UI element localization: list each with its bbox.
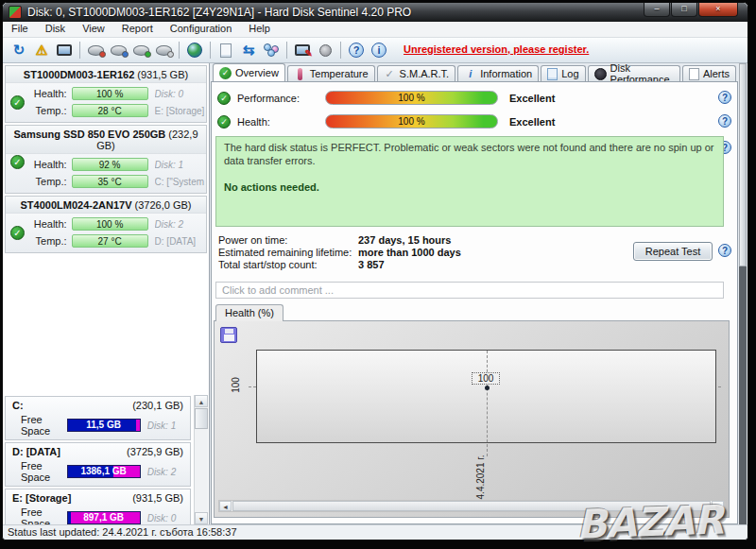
scroll-thumb[interactable] xyxy=(195,408,208,429)
info-icon[interactable]: i xyxy=(369,41,389,60)
performance-label: Performance: xyxy=(237,93,325,104)
toolbar-separator xyxy=(179,42,180,59)
save-chart-icon[interactable] xyxy=(220,327,237,343)
detect-disks-icon[interactable] xyxy=(54,41,75,60)
status-text: Status last updated: 24.4.2021 г. събота… xyxy=(8,526,237,538)
partition-scrollbar[interactable]: ▲ ▼ xyxy=(194,395,208,524)
scroll-up-icon[interactable]: ▲ xyxy=(195,395,208,407)
disk-panel-0[interactable]: ST1000DM003-1ER162 (931,5 GB) ✓ Health: … xyxy=(5,65,207,123)
partition-panel-1[interactable]: D: [DATA] (3725,9 GB) Free Space 1386,1 … xyxy=(5,442,191,487)
smart-icon: ✓ xyxy=(384,68,396,80)
sync-icon[interactable]: ⇆ xyxy=(238,41,259,60)
disk-panel-1[interactable]: Samsung SSD 850 EVO 250GB (232,9 GB) ✓ H… xyxy=(5,125,207,194)
y-axis-tick: 100 xyxy=(231,377,241,393)
health-help-icon[interactable]: ? xyxy=(718,114,731,128)
free-space-label: Free Space xyxy=(21,414,60,437)
network-drive-icon[interactable] xyxy=(184,41,205,60)
disk-list-sidebar: ST1000DM003-1ER162 (931,5 GB) ✓ Health: … xyxy=(3,63,210,524)
log-icon xyxy=(547,68,558,80)
tab-smart[interactable]: ✓ S.M.A.R.T. xyxy=(377,65,456,81)
comment-input[interactable]: Click to add comment ... xyxy=(215,282,724,299)
repeat-test-button[interactable]: Repeat Test xyxy=(633,242,713,261)
disk-number: Disk: 2 xyxy=(155,219,206,230)
disk-edit-icon[interactable] xyxy=(85,41,106,60)
app-window: Disk: 0, ST1000DM003-1ER162 [Z4Y29N1A] -… xyxy=(2,2,748,540)
health-label: Health: xyxy=(237,116,325,128)
health-label: Health: xyxy=(30,159,67,170)
warning-icon[interactable]: ⚠ xyxy=(31,41,52,60)
register-link[interactable]: Unregistered version, please register. xyxy=(404,43,589,55)
status-action-text: No actions needed. xyxy=(224,180,715,194)
temp-label: Temp.: xyxy=(30,105,67,116)
disk-ok-icon: ✓ xyxy=(10,226,25,240)
scroll-down-icon[interactable]: ▼ xyxy=(195,512,208,524)
disk-status-message: The hard disk status is PERFECT. Problem… xyxy=(215,136,724,227)
partition-size: (230,1 GB) xyxy=(132,400,183,411)
free-space-label: Free Space xyxy=(21,460,60,483)
performance-bar: 100 % xyxy=(325,91,498,105)
disk-number: Disk: 0 xyxy=(155,89,206,99)
repeat-test-help-icon[interactable]: ? xyxy=(718,244,731,257)
menu-report[interactable]: Report xyxy=(113,22,162,37)
tab-overview[interactable]: ✓ Overview xyxy=(213,63,285,81)
health-label: Health: xyxy=(30,218,67,230)
tab-log[interactable]: Log xyxy=(541,65,585,81)
partition-panel-0[interactable]: C: (230,1 GB) Free Space 11,5 GB Disk: 1 xyxy=(5,396,191,440)
temp-label: Temp.: xyxy=(30,176,67,187)
health-ok-icon: ✓ xyxy=(217,115,231,129)
toolbar-separator xyxy=(210,42,211,59)
partition-size: (3725,9 GB) xyxy=(127,446,183,457)
partition-list: C: (230,1 GB) Free Space 11,5 GB Disk: 1 xyxy=(3,395,209,524)
stat-row: Power on time: 237 days, 15 hours xyxy=(218,234,461,247)
network-icon[interactable] xyxy=(261,41,282,60)
maximize-button[interactable]: □ xyxy=(671,3,697,17)
minimize-button[interactable]: – xyxy=(644,3,670,17)
scroll-thumb[interactable] xyxy=(739,63,747,266)
menu-configuration[interactable]: Configuration xyxy=(162,22,240,37)
menu-disk[interactable]: Disk xyxy=(37,22,74,37)
performance-row: ✓ Performance: 100 % Excellent xyxy=(217,91,555,105)
main-scrollbar[interactable] xyxy=(739,63,747,524)
disk-number: Disk: 0 xyxy=(147,513,190,523)
partition-label: E: [Storage] xyxy=(12,492,71,504)
temp-bar: 28 °C xyxy=(72,104,148,117)
desktop: Disk: 0, ST1000DM003-1ER162 [Z4Y29N1A] -… xyxy=(0,0,756,549)
title-bar[interactable]: Disk: 0, ST1000DM003-1ER162 [Z4Y29N1A] -… xyxy=(3,3,747,22)
disk-stats: Power on time: 237 days, 15 hours Estima… xyxy=(218,234,461,271)
disk-panel-2[interactable]: ST4000LM024-2AN17V (3726,0 GB) ✓ Health:… xyxy=(5,196,207,253)
chart-tab-health[interactable]: Health (%) xyxy=(215,304,284,321)
refresh-icon[interactable]: ↻ xyxy=(9,41,29,60)
alerts-icon xyxy=(689,68,699,80)
menu-view[interactable]: View xyxy=(74,22,113,37)
data-point-label: 100 xyxy=(472,372,500,385)
scroll-left-icon[interactable]: ◄ xyxy=(219,501,232,511)
health-row: ✓ Health: 100 % Excellent xyxy=(217,114,555,129)
disk-clock-icon[interactable] xyxy=(108,41,129,60)
health-bar: 100 % xyxy=(325,114,498,129)
disk-ok-icon: ✓ xyxy=(10,155,25,169)
drive-letter: D: [DATA] xyxy=(155,236,206,247)
help-icon[interactable]: ? xyxy=(346,41,367,60)
temp-bar: 35 °C xyxy=(72,175,148,188)
performance-help-icon[interactable]: ? xyxy=(718,91,731,104)
tab-temperature[interactable]: Temperature xyxy=(287,65,375,81)
x-axis-label: 24.4.2021 г. xyxy=(475,450,486,505)
menu-file[interactable]: File xyxy=(3,22,37,37)
menu-help[interactable]: Help xyxy=(240,22,279,37)
report-monitor-icon[interactable]: ✎ xyxy=(292,41,313,60)
close-button[interactable]: × xyxy=(698,3,738,17)
tab-disk-performance[interactable]: Disk Performance xyxy=(588,65,680,81)
disk-check-icon[interactable] xyxy=(130,41,151,60)
health-bar: 92 % xyxy=(72,158,148,171)
tab-information[interactable]: i Information xyxy=(457,65,539,81)
tab-alerts[interactable]: Alerts xyxy=(682,65,736,81)
performance-ok-icon: ✓ xyxy=(217,92,231,105)
disk-search-icon[interactable] xyxy=(153,41,174,60)
sound-icon[interactable] xyxy=(315,41,335,60)
gridline-vertical xyxy=(487,351,488,456)
temp-bar: 27 °C xyxy=(72,234,148,248)
health-label: Health: xyxy=(30,88,67,99)
status-text: The hard disk status is PERFECT. Problem… xyxy=(224,141,715,167)
partition-panel-2[interactable]: E: [Storage] (931,5 GB) Free Space 897,1… xyxy=(5,489,191,524)
report-page-icon[interactable] xyxy=(215,41,236,60)
